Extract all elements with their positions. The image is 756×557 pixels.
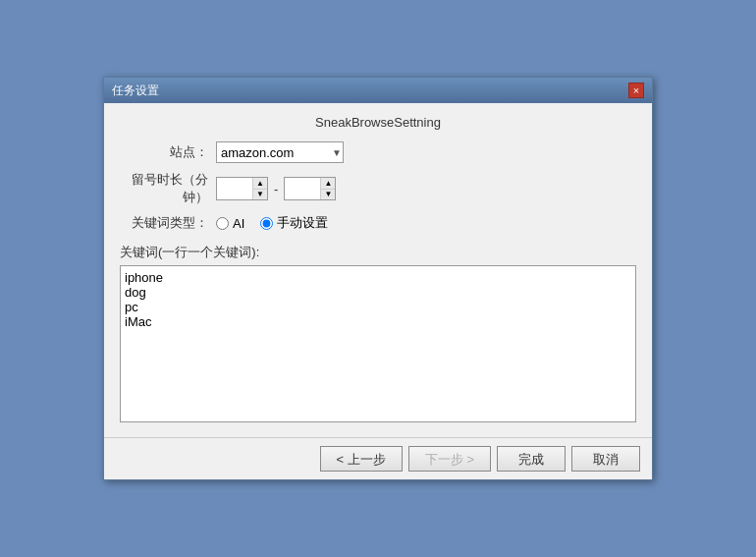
dialog-body: SneakBrowseSettning 站点： amazon.com ebay.… [104, 103, 652, 437]
duration-separator: - [274, 182, 278, 196]
duration-min-down-btn[interactable]: ▼ [253, 189, 267, 199]
keywords-textarea-wrapper: iphone dog pc iMac [120, 265, 636, 425]
duration-min-spinbox-btns: ▲ ▼ [252, 178, 267, 199]
keywords-textarea[interactable]: iphone dog pc iMac [120, 265, 636, 422]
task-settings-dialog: 任务设置 × SneakBrowseSettning 站点： amazon.co… [103, 77, 653, 480]
radio-manual-label: 手动设置 [277, 214, 328, 232]
dialog-subtitle: SneakBrowseSettning [120, 115, 636, 130]
radio-manual-item[interactable]: 手动设置 [260, 214, 328, 232]
keyword-type-row: 关键词类型： AI 手动设置 [120, 214, 636, 232]
site-label: 站点： [120, 143, 208, 161]
site-row: 站点： amazon.com ebay.com walmart.com ▼ [120, 141, 636, 163]
finish-button[interactable]: 完成 [497, 446, 566, 472]
duration-row: 留号时长（分钟） 5 ▲ ▼ - 10 ▲ ▼ [120, 171, 636, 206]
keyword-type-radio-group: AI 手动设置 [216, 214, 328, 232]
duration-max-input[interactable]: 10 [285, 178, 320, 199]
duration-max-down-btn[interactable]: ▼ [321, 189, 335, 199]
prev-button[interactable]: < 上一步 [320, 446, 403, 472]
cancel-button[interactable]: 取消 [571, 446, 640, 472]
duration-min-input[interactable]: 5 [217, 178, 252, 199]
duration-max-spinbox-btns: ▲ ▼ [320, 178, 335, 199]
dialog-footer: < 上一步 下一步 > 完成 取消 [104, 437, 652, 479]
radio-ai-item[interactable]: AI [216, 216, 244, 231]
radio-ai-label: AI [233, 216, 244, 231]
duration-spinbox-group: 5 ▲ ▼ - 10 ▲ ▼ [216, 177, 336, 200]
keywords-label: 关键词(一行一个关键词): [120, 244, 636, 261]
site-select-wrapper: amazon.com ebay.com walmart.com ▼ [216, 141, 344, 163]
title-bar: 任务设置 × [104, 78, 652, 103]
keyword-type-label: 关键词类型： [120, 214, 208, 232]
duration-max-spinbox: 10 ▲ ▼ [284, 177, 336, 200]
site-select[interactable]: amazon.com ebay.com walmart.com [216, 141, 344, 163]
keywords-section: 关键词(一行一个关键词): iphone dog pc iMac [120, 244, 636, 425]
duration-max-up-btn[interactable]: ▲ [321, 178, 335, 189]
dialog-title: 任务设置 [112, 83, 159, 99]
duration-min-up-btn[interactable]: ▲ [253, 178, 267, 189]
radio-manual[interactable] [260, 217, 273, 230]
next-button[interactable]: 下一步 > [408, 446, 491, 472]
close-button[interactable]: × [628, 83, 644, 98]
duration-label: 留号时长（分钟） [120, 171, 208, 206]
duration-min-spinbox: 5 ▲ ▼ [216, 177, 268, 200]
radio-ai[interactable] [216, 217, 229, 230]
